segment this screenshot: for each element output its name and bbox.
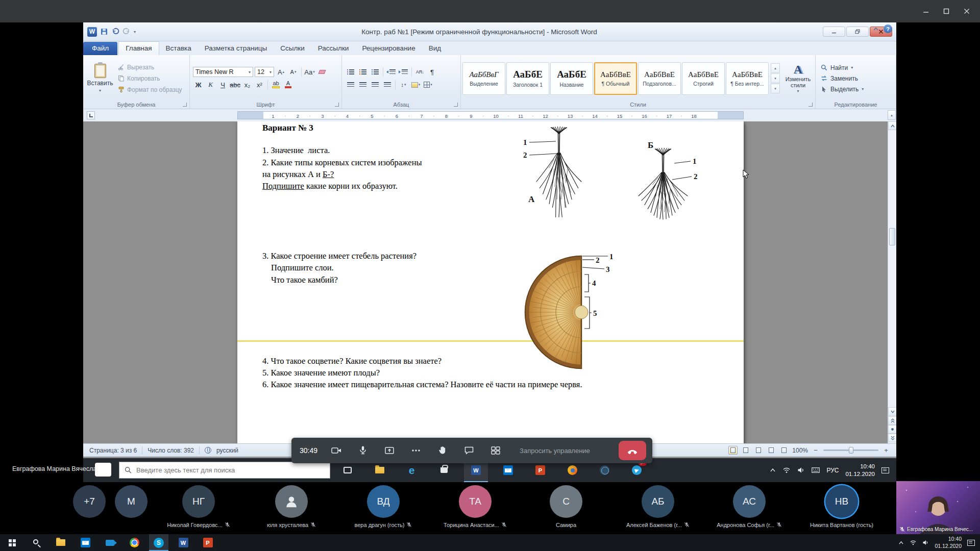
italic-button[interactable]: К [205, 80, 216, 90]
hang-up-button[interactable] [619, 441, 646, 460]
print-layout-view-button[interactable] [728, 446, 738, 455]
zoom-slider[interactable] [823, 449, 878, 451]
superscript-button[interactable]: x² [254, 80, 265, 90]
mail-icon[interactable] [76, 534, 95, 551]
paste-button[interactable]: Вставить ▾ [84, 57, 116, 100]
powerpoint-icon[interactable]: P [198, 534, 217, 551]
scroll-down-button[interactable] [888, 407, 896, 416]
tab-Рассылки[interactable]: Рассылки [311, 42, 356, 55]
align-left-button[interactable] [345, 80, 356, 90]
subscript-button[interactable]: x₂ [242, 80, 253, 90]
tab-Рецензирование[interactable]: Рецензирование [355, 42, 422, 55]
participant-вера драгун (гость)[interactable]: ВДвера драгун (гость) [345, 485, 422, 528]
styles-more-button[interactable]: ▾ [771, 84, 780, 93]
select-browse-object-button[interactable] [888, 425, 896, 434]
underline-button[interactable]: Ч [217, 80, 228, 90]
participant-Андронова Софья (г...[interactable]: АСАндронова Софья (г... [711, 485, 788, 528]
draft-view-button[interactable] [779, 446, 789, 455]
camera-icon[interactable] [100, 534, 119, 551]
tab-Вставка[interactable]: Вставка [159, 42, 198, 55]
style-Строгий[interactable]: АаБбВвЕСтрогий [682, 62, 725, 95]
strikethrough-button[interactable]: abc [230, 80, 240, 90]
volume-icon[interactable] [797, 467, 805, 473]
tab-Разметка страницы[interactable]: Разметка страницы [198, 42, 274, 55]
word-minimize-button[interactable] [823, 27, 845, 37]
request-control-button[interactable]: Запросить управление [520, 447, 590, 455]
multilevel-list-button[interactable] [370, 67, 380, 77]
tab-selector[interactable] [87, 111, 95, 119]
language-indicator[interactable]: русский [216, 447, 238, 454]
style-Название[interactable]: АаБбЕНазвание [550, 62, 593, 95]
participant-Николай Говердовс...[interactable]: НГНиколай Говердовс... [160, 485, 237, 528]
paragraph-dialog-launcher[interactable] [454, 103, 458, 107]
style-¶ Без интер...[interactable]: АаБбВвЕ¶ Без интер... [726, 62, 769, 95]
taskbar-search[interactable] [119, 462, 330, 479]
view-ruler-toggle-button[interactable]: ▴ [888, 110, 896, 120]
document-page[interactable]: Вариант № 3 1. Значение листа. 2. Какие … [237, 121, 744, 443]
vertical-scrollbar[interactable] [888, 121, 896, 443]
styles-scroll-up[interactable]: ▴ [771, 63, 780, 73]
numbering-button[interactable] [357, 67, 368, 77]
clipboard-dialog-launcher[interactable] [183, 103, 187, 107]
undo-button[interactable] [111, 28, 119, 36]
more-options-button[interactable] [405, 440, 427, 461]
word-count[interactable]: Число слов: 392 [148, 447, 194, 454]
replace-button[interactable]: Заменить [817, 73, 895, 84]
increase-indent-button[interactable] [398, 67, 409, 77]
touch-keyboard-icon[interactable] [812, 467, 820, 473]
scroll-thumb[interactable] [889, 228, 895, 245]
overlay-popout[interactable] [95, 463, 111, 477]
language-indicator[interactable]: РУС [826, 467, 839, 474]
tab-Главная[interactable]: Главная [118, 41, 159, 55]
volume-icon[interactable] [922, 540, 929, 545]
bold-button[interactable]: Ж [193, 80, 204, 90]
zoom-level[interactable]: 100% [792, 447, 808, 454]
styles-scroll-down[interactable]: ▾ [771, 73, 780, 83]
raise-hand-button[interactable] [432, 440, 453, 461]
find-button[interactable]: Найти▾ [817, 62, 895, 73]
style-¶ Обычный[interactable]: АаБбВвЕ¶ Обычный [594, 62, 637, 95]
change-styles-button[interactable]: А Изменить стили ▾ [782, 63, 814, 93]
participants-gallery-button[interactable] [485, 440, 506, 461]
clock[interactable]: 10:4001.12.2020 [845, 463, 875, 478]
word-icon[interactable]: W [174, 534, 193, 551]
chat-button[interactable] [458, 440, 480, 461]
styles-dialog-launcher[interactable] [808, 103, 813, 107]
show-marks-button[interactable]: ¶ [427, 67, 437, 77]
grow-font-button[interactable]: А▴ [276, 67, 286, 77]
video-camera-button[interactable] [326, 440, 347, 461]
borders-button[interactable]: ▾ [423, 80, 433, 90]
start-icon[interactable] [2, 534, 21, 551]
page-indicator[interactable]: Страница: 3 из 6 [89, 447, 137, 454]
web-view-button[interactable] [754, 446, 763, 455]
word-restore-button[interactable] [846, 27, 869, 37]
search-input[interactable] [136, 466, 325, 474]
self-video-tile[interactable]: Евграфова Марина Вячес... [896, 481, 980, 534]
bullets-button[interactable] [345, 67, 356, 77]
action-center-icon[interactable] [967, 540, 975, 546]
participant-Самира[interactable]: ССамира [528, 485, 604, 528]
explorer-icon[interactable] [51, 534, 70, 551]
previous-page-button[interactable] [888, 416, 896, 425]
help-button[interactable]: ? [884, 24, 892, 33]
scroll-up-button[interactable] [888, 121, 896, 130]
participant-М[interactable]: М [93, 485, 169, 518]
action-center-icon[interactable] [881, 467, 889, 473]
style-Подзаголов...[interactable]: АаБбВвЕПодзаголов... [638, 62, 681, 95]
clear-formatting-button[interactable] [316, 67, 327, 77]
font-color-button[interactable]: А [283, 80, 293, 90]
save-button[interactable] [100, 28, 108, 36]
sort-button[interactable]: АЯ↓ [414, 67, 425, 77]
word-logo-icon[interactable]: W [87, 27, 97, 37]
participant-Никита Вартанов (гость)[interactable]: НВНикита Вартанов (гость) [803, 485, 880, 528]
chrome-icon[interactable] [125, 534, 144, 551]
align-right-button[interactable] [370, 80, 380, 90]
participant-юля хрусталева[interactable]: юля хрусталева [253, 485, 330, 528]
zoom-slider-thumb[interactable] [849, 447, 853, 454]
share-screen-button[interactable] [379, 440, 400, 461]
wifi-icon[interactable] [910, 540, 917, 545]
host-minimize-button[interactable] [916, 4, 936, 19]
wifi-icon[interactable] [782, 467, 791, 473]
search-icon[interactable] [27, 534, 46, 551]
justify-button[interactable] [382, 80, 393, 90]
